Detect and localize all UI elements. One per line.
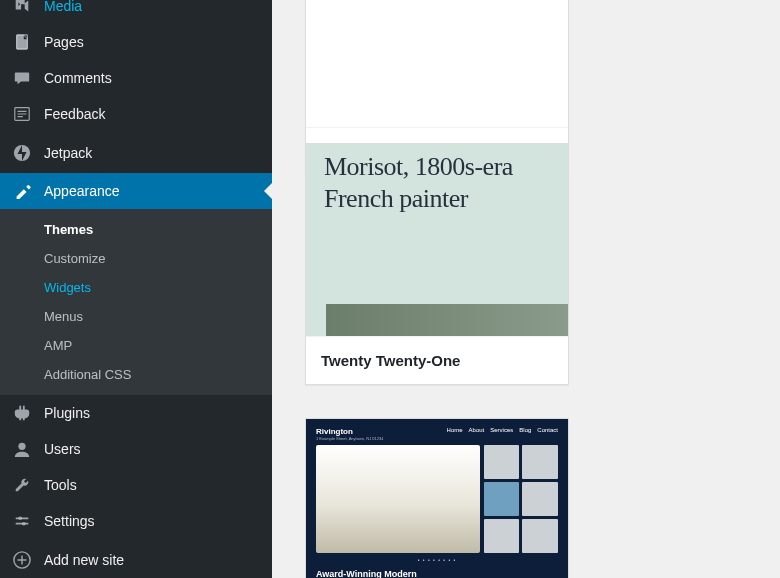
sidebar-item-plugins[interactable]: Plugins bbox=[0, 395, 272, 431]
appearance-icon bbox=[12, 181, 32, 201]
svg-point-5 bbox=[22, 522, 26, 526]
theme-card-twenty-twenty-one[interactable]: The works of Berthe Morisot, 1800s-era F… bbox=[305, 143, 569, 385]
sidebar-label: Pages bbox=[44, 34, 84, 50]
comments-icon bbox=[12, 68, 32, 88]
tto-headline: The works of Berthe Morisot, 1800s-era F… bbox=[324, 144, 550, 216]
appearance-submenu: Themes Customize Widgets Menus AMP Addit… bbox=[0, 209, 272, 395]
submenu-menus[interactable]: Menus bbox=[0, 302, 272, 331]
sidebar-item-media[interactable]: Media bbox=[0, 0, 272, 24]
sidebar-label: Feedback bbox=[44, 106, 105, 122]
svg-point-3 bbox=[18, 443, 25, 450]
theme-thumbnail: The works of Berthe Morisot, 1800s-era F… bbox=[306, 144, 568, 336]
theme-thumbnail bbox=[306, 0, 568, 127]
sidebar-item-jetpack[interactable]: Jetpack bbox=[0, 135, 272, 171]
feedback-icon bbox=[12, 104, 32, 124]
sidebar-item-users[interactable]: Users bbox=[0, 431, 272, 467]
svg-point-4 bbox=[18, 517, 22, 521]
sidebar-label: Appearance bbox=[44, 183, 120, 199]
sidebar-item-tools[interactable]: Tools bbox=[0, 467, 272, 503]
submenu-widgets[interactable]: Widgets bbox=[0, 273, 272, 302]
submenu-amp[interactable]: AMP bbox=[0, 331, 272, 360]
sidebar-item-comments[interactable]: Comments bbox=[0, 60, 272, 96]
sidebar-item-feedback[interactable]: Feedback bbox=[0, 96, 272, 132]
sidebar-item-settings[interactable]: Settings bbox=[0, 503, 272, 539]
sidebar-label: Add new site bbox=[44, 552, 124, 568]
users-icon bbox=[12, 439, 32, 459]
sidebar-label: Tools bbox=[44, 477, 77, 493]
sidebar-label: Settings bbox=[44, 513, 95, 529]
sidebar-label: Media bbox=[44, 0, 82, 14]
plugins-icon bbox=[12, 403, 32, 423]
admin-sidebar: Media Pages Comments Feedback Jetpack Ap… bbox=[0, 0, 272, 578]
add-icon bbox=[12, 550, 32, 570]
submenu-additional-css[interactable]: Additional CSS bbox=[0, 360, 272, 389]
themes-content: Blank Canvas The works of Berthe Morisot… bbox=[272, 0, 780, 578]
sidebar-label: Users bbox=[44, 441, 81, 457]
theme-thumbnail: Rivington 1 Example Street, Anytown, NJ … bbox=[306, 419, 568, 578]
riv-heading: Award-Winning Modern Mediterranean Style… bbox=[316, 569, 456, 578]
theme-card-rivington[interactable]: Rivington 1 Example Street, Anytown, NJ … bbox=[305, 418, 569, 578]
tools-icon bbox=[12, 475, 32, 495]
sidebar-item-appearance[interactable]: Appearance bbox=[0, 173, 272, 209]
jetpack-icon bbox=[12, 143, 32, 163]
sidebar-label: Comments bbox=[44, 70, 112, 86]
sidebar-label: Jetpack bbox=[44, 145, 92, 161]
riv-brand: Rivington bbox=[316, 427, 383, 436]
pages-icon bbox=[12, 32, 32, 52]
sidebar-label: Plugins bbox=[44, 405, 90, 421]
riv-nav: HomeAboutServicesBlogContact bbox=[447, 427, 558, 441]
media-icon bbox=[12, 0, 32, 16]
submenu-customize[interactable]: Customize bbox=[0, 244, 272, 273]
theme-name: Twenty Twenty-One bbox=[321, 352, 460, 369]
settings-icon bbox=[12, 511, 32, 531]
submenu-themes[interactable]: Themes bbox=[0, 215, 272, 244]
sidebar-item-pages[interactable]: Pages bbox=[0, 24, 272, 60]
sidebar-item-add-site[interactable]: Add new site bbox=[0, 542, 272, 578]
